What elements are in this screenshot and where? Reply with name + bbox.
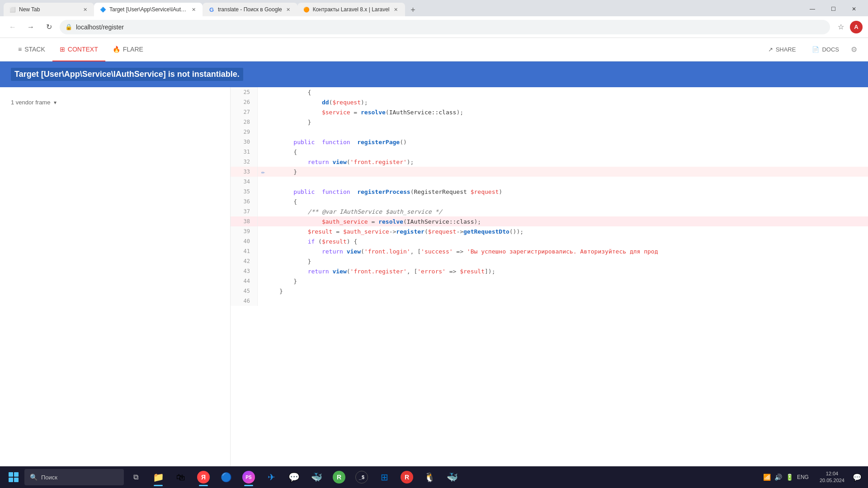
taskbar-app-store[interactable]: 🛍 <box>170 467 192 487</box>
flare-content: 1 vendor frame ▾ 25 { 26 <box>0 87 868 466</box>
bookmark-button[interactable]: ☆ <box>834 20 848 34</box>
flare-header: ≡ STACK ⊞ CONTEXT 🔥 FLARE ↗ SHARE 📄 DOCS <box>0 38 868 61</box>
tab-title-1: New Tab <box>19 6 79 13</box>
line-content: $service = resolve(IAuthService::class); <box>269 107 868 117</box>
maximize-button[interactable]: ☐ <box>823 2 844 16</box>
line-content <box>269 127 868 137</box>
taskbar-app-telegram[interactable]: ✈ <box>260 467 282 487</box>
tab-laravel[interactable]: 🟠 Контракты Laravel 8.x | Laravel ✕ <box>297 3 405 16</box>
error-title: Target [User\App\Service\IAuthService] i… <box>11 68 243 81</box>
windows-logo-icon <box>9 472 19 482</box>
line-content: } <box>269 256 868 266</box>
docker-icon: 🐳 <box>311 472 322 483</box>
taskbar-app-calculator[interactable]: ⊞ <box>373 467 395 487</box>
address-bar[interactable]: 🔒 localhost/register <box>60 20 830 34</box>
taskbar-app-explorer[interactable]: 📁 <box>147 467 169 487</box>
task-view-button[interactable]: ⧉ <box>125 467 146 487</box>
line-number: 40 <box>231 236 258 246</box>
taskbar-app-linux[interactable]: 🐧 <box>419 467 440 487</box>
network-icon: 📶 <box>763 474 771 481</box>
taskbar-app-phpstorm[interactable]: PS <box>238 467 259 487</box>
line-content: dd($request); <box>269 97 868 107</box>
taskbar-app-yandex[interactable]: Я <box>193 467 214 487</box>
line-number: 29 <box>231 127 258 137</box>
close-button[interactable]: ✕ <box>844 2 864 16</box>
line-indicator <box>258 187 269 197</box>
code-view[interactable]: 25 { 26 dd($request); 27 <box>231 87 868 466</box>
table-row: 33 ✏ } <box>231 167 868 177</box>
forward-button[interactable]: → <box>24 20 38 34</box>
settings-gear-icon[interactable]: ⚙ <box>851 45 857 54</box>
tab-new-tab[interactable]: ⬜ New Tab ✕ <box>4 3 94 16</box>
notification-icon: 💬 <box>853 473 862 482</box>
profile-button[interactable]: A <box>850 21 863 33</box>
tab-close-2[interactable]: ✕ <box>190 6 197 13</box>
vendor-frame-toggle[interactable]: 1 vendor frame ▾ <box>0 94 230 110</box>
taskbar-app-terminal[interactable]: _$ <box>351 467 373 487</box>
taskbar-app-docker[interactable]: 🐳 <box>306 467 327 487</box>
browser-window: ⬜ New Tab ✕ 🔷 Target [User\App\Service\I… <box>0 0 868 488</box>
tab-close-1[interactable]: ✕ <box>81 6 89 13</box>
tab-bar: ⬜ New Tab ✕ 🔷 Target [User\App\Service\I… <box>0 0 868 16</box>
tab-title-3: translate - Поиск в Google <box>218 6 282 13</box>
line-indicator <box>258 177 269 187</box>
line-number: 36 <box>231 197 258 206</box>
time-display: 12:04 <box>826 470 839 477</box>
new-tab-button[interactable]: + <box>407 4 420 16</box>
nav-stack[interactable]: ≡ STACK <box>11 38 52 61</box>
back-button[interactable]: ← <box>5 20 20 34</box>
table-row: 32 return view('front.register'); <box>231 157 868 167</box>
line-content: } <box>269 276 868 286</box>
tab-google[interactable]: G translate - Поиск в Google ✕ <box>203 3 297 16</box>
start-button[interactable] <box>4 467 24 487</box>
lock-icon: 🔒 <box>65 23 72 30</box>
taskbar-app-whatsapp[interactable]: 💬 <box>283 467 305 487</box>
line-indicator <box>258 296 269 306</box>
line-content: return view('front.register', ['errors' … <box>269 266 868 276</box>
tab-close-4[interactable]: ✕ <box>392 6 400 13</box>
stack-icon: ≡ <box>18 46 22 53</box>
taskbar-app-unknown[interactable]: 🐳 <box>441 467 463 487</box>
date-display: 20.05.2024 <box>820 477 844 484</box>
notification-button[interactable]: 💬 <box>850 467 864 487</box>
taskbar-app-red[interactable]: R <box>396 467 418 487</box>
docs-button[interactable]: 📄 DOCS <box>807 43 844 56</box>
docs-icon: 📄 <box>812 46 819 53</box>
table-row: 37 /** @var IAuthService $auth_service *… <box>231 206 868 216</box>
line-number: 37 <box>231 206 258 216</box>
line-number: 25 <box>231 87 258 97</box>
line-number: 46 <box>231 296 258 306</box>
share-label: SHARE <box>776 46 796 53</box>
line-content: { <box>269 147 868 157</box>
line-indicator <box>258 97 269 107</box>
phpstorm-icon: PS <box>242 471 255 483</box>
line-indicator <box>258 117 269 127</box>
nav-context[interactable]: ⊞ CONTEXT <box>52 38 105 61</box>
table-row: 46 <box>231 296 868 306</box>
line-indicator <box>258 147 269 157</box>
taskbar-app-chrome[interactable]: 🔵 <box>215 467 237 487</box>
line-indicator <box>258 127 269 137</box>
line-content: } <box>269 167 868 177</box>
system-icons[interactable]: 📶 🔊 🔋 ENG <box>758 474 814 481</box>
line-indicator <box>258 276 269 286</box>
line-number: 33 <box>231 167 258 177</box>
whatsapp-icon: 💬 <box>288 472 300 483</box>
search-icon: 🔍 <box>30 474 38 481</box>
navigation-bar: ← → ↻ 🔒 localhost/register ☆ A <box>0 16 868 38</box>
line-indicator <box>258 137 269 147</box>
tab-close-3[interactable]: ✕ <box>285 6 292 13</box>
tab-flare[interactable]: 🔷 Target [User\App\Service\IAuth... ✕ <box>94 3 203 16</box>
nav-flare[interactable]: 🔥 FLARE <box>105 38 151 61</box>
line-indicator <box>258 216 269 226</box>
clock[interactable]: 12:04 20.05.2024 <box>816 470 848 484</box>
share-button[interactable]: ↗ SHARE <box>764 43 801 56</box>
refresh-button[interactable]: ↻ <box>42 20 56 34</box>
minimize-button[interactable]: — <box>802 2 823 16</box>
line-number: 41 <box>231 246 258 256</box>
taskbar-app-rtask[interactable]: R <box>328 467 350 487</box>
line-indicator <box>258 246 269 256</box>
line-number: 43 <box>231 266 258 276</box>
taskbar-search[interactable]: 🔍 Поиск <box>24 469 124 485</box>
line-content: return view('front.login', ['success' =>… <box>269 246 868 256</box>
